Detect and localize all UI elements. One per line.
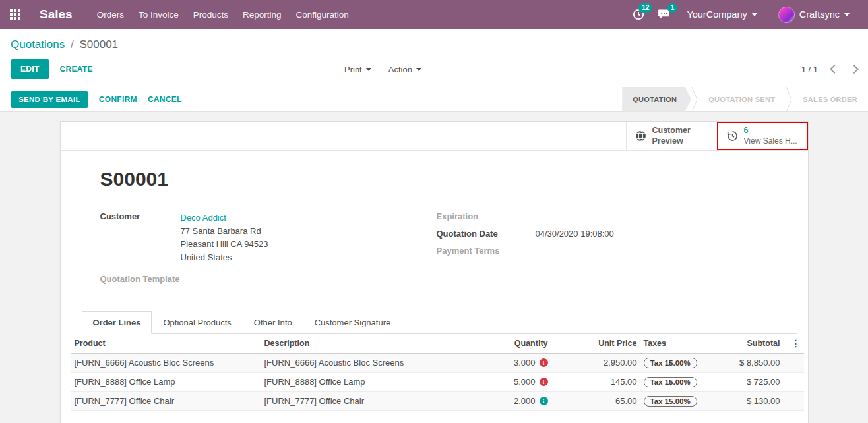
customer-label: Customer (100, 212, 181, 265)
header-description[interactable]: Description (261, 339, 479, 348)
menu-configuration[interactable]: Configuration (289, 0, 356, 29)
customer-preview-line1: Customer (652, 126, 691, 136)
quantity-value: 5.000 (514, 377, 536, 387)
quantity-value: 2.000 (514, 396, 536, 406)
create-button[interactable]: CREATE (60, 65, 93, 74)
cell-product: [FURN_8888] Office Lamp (71, 377, 261, 387)
apps-grid-icon[interactable] (0, 0, 30, 29)
step-chevron-icon (691, 87, 698, 112)
cell-unit-price: 65.00 (551, 396, 640, 406)
tab-customer-signature[interactable]: Customer Signature (303, 311, 402, 334)
cell-unit-price: 2,950.00 (551, 358, 640, 368)
sales-history-label: View Sales H... (744, 136, 797, 146)
app-title[interactable]: Sales (40, 7, 73, 22)
cell-taxes: Tax 15.00% (640, 358, 726, 368)
cell-unit-price: 145.00 (551, 377, 640, 387)
availability-info-icon[interactable]: i (540, 358, 548, 367)
cell-product: [FURN_7777] Office Chair (71, 396, 261, 406)
pager-next-icon[interactable] (850, 65, 859, 74)
header-taxes[interactable]: Taxes (640, 339, 726, 348)
cell-taxes: Tax 15.00% (640, 396, 726, 407)
cell-quantity: 5.000 i (479, 377, 551, 387)
pager: 1 / 1 (801, 65, 857, 74)
column-options-icon[interactable]: ⋮ (788, 339, 804, 348)
activity-clock-icon[interactable]: 12 (627, 0, 650, 29)
cell-subtotal: $ 130.00 (726, 396, 788, 406)
cell-description: [FURN_6666] Acoustic Bloc Screens (261, 358, 479, 368)
activity-count-badge: 12 (638, 3, 652, 13)
table-row[interactable]: [FURN_7777] Office Chair [FURN_7777] Off… (71, 392, 804, 411)
view-sales-history-button[interactable]: 6 View Sales H... (717, 122, 808, 150)
header-quantity[interactable]: Quantity (479, 339, 551, 348)
sales-history-count: 6 (744, 126, 797, 136)
customer-address-line3: United States (181, 252, 232, 262)
order-lines-table: Product Description Quantity Unit Price … (71, 334, 804, 411)
table-header-row: Product Description Quantity Unit Price … (71, 334, 804, 354)
tab-optional-products[interactable]: Optional Products (152, 311, 242, 334)
customer-link[interactable]: Deco Addict (181, 213, 226, 223)
cell-product: [FURN_6666] Acoustic Bloc Screens (71, 358, 261, 368)
payment-terms-label: Payment Terms (437, 246, 536, 256)
chevron-down-icon (844, 13, 850, 16)
quotation-date-label: Quotation Date (437, 229, 536, 239)
confirm-button[interactable]: CONFIRM (99, 95, 137, 104)
status-step-quotation[interactable]: QUOTATION (622, 87, 691, 112)
edit-button[interactable]: EDIT (11, 59, 49, 79)
status-step-sales-order[interactable]: SALES ORDER (792, 87, 868, 112)
expiration-label: Expiration (437, 212, 536, 221)
pager-previous-icon[interactable] (830, 65, 839, 74)
tax-badge: Tax 15.00% (644, 377, 697, 387)
user-name: Craftsync (799, 9, 840, 20)
company-name: YourCompany (687, 9, 747, 20)
action-dropdown[interactable]: Action (388, 65, 421, 74)
breadcrumb-quotations[interactable]: Quotations (11, 38, 65, 51)
menu-to-invoice[interactable]: To Invoice (131, 0, 186, 29)
chevron-down-icon (416, 68, 421, 71)
avatar (778, 7, 795, 23)
cell-description: [FURN_7777] Office Chair (261, 396, 479, 406)
step-chevron-icon (786, 87, 792, 112)
send-by-email-button[interactable]: SEND BY EMAIL (11, 91, 88, 108)
pager-value: 1 / 1 (801, 65, 818, 74)
tax-badge: Tax 15.00% (644, 396, 697, 407)
stat-button-box: Customer Preview 6 View Sales H... (61, 122, 808, 151)
chevron-down-icon (366, 68, 371, 71)
company-switcher[interactable]: YourCompany (677, 0, 766, 29)
menu-products[interactable]: Products (186, 0, 235, 29)
header-subtotal[interactable]: Subtotal (726, 339, 788, 348)
cell-quantity: 2.000 i (479, 396, 551, 406)
table-row[interactable]: [FURN_6666] Acoustic Bloc Screens [FURN_… (71, 354, 804, 373)
availability-info-icon[interactable]: i (540, 397, 548, 405)
content-area: Customer Preview 6 View Sales H... S0000… (0, 112, 868, 423)
cell-subtotal: $ 725.00 (726, 377, 788, 387)
chevron-down-icon (752, 13, 757, 16)
messages-icon-wrap[interactable]: 1 (652, 0, 675, 29)
availability-info-icon[interactable]: i (540, 378, 548, 386)
notebook-tabs: Order Lines Optional Products Other Info… (82, 311, 797, 334)
field-group: Customer Deco Addict 77 Santa Barbara Rd… (100, 212, 808, 291)
print-dropdown[interactable]: Print (344, 65, 371, 74)
breadcrumb-separator: / (71, 38, 74, 51)
quotation-date-value[interactable]: 04/30/2020 19:08:00 (536, 229, 614, 239)
breadcrumb-current: S00001 (79, 38, 118, 51)
menu-reporting[interactable]: Reporting (235, 0, 289, 29)
print-label: Print (344, 65, 362, 74)
quotation-form-sheet: Customer Preview 6 View Sales H... S0000… (60, 121, 809, 423)
status-steps: QUOTATION QUOTATION SENT SALES ORDER (622, 87, 868, 112)
table-row[interactable]: [FURN_8888] Office Lamp [FURN_8888] Offi… (71, 373, 804, 392)
breadcrumb: Quotations / S00001 (0, 29, 868, 54)
user-menu[interactable]: Craftsync (769, 0, 859, 29)
customer-address-line2: Pleasant Hill CA 94523 (181, 239, 268, 249)
menu-orders[interactable]: Orders (90, 0, 131, 29)
header-unit-price[interactable]: Unit Price (551, 339, 640, 348)
page-title: S00001 (100, 168, 808, 190)
tab-other-info[interactable]: Other Info (243, 311, 303, 334)
top-nav: Sales Orders To Invoice Products Reporti… (0, 0, 868, 29)
customer-preview-button[interactable]: Customer Preview (626, 122, 717, 150)
status-step-quotation-sent[interactable]: QUOTATION SENT (698, 87, 786, 112)
cancel-button[interactable]: CANCEL (148, 95, 182, 104)
header-product[interactable]: Product (71, 339, 261, 348)
globe-icon (635, 130, 646, 142)
cell-quantity: 3.000 i (479, 358, 551, 368)
tab-order-lines[interactable]: Order Lines (82, 311, 152, 334)
